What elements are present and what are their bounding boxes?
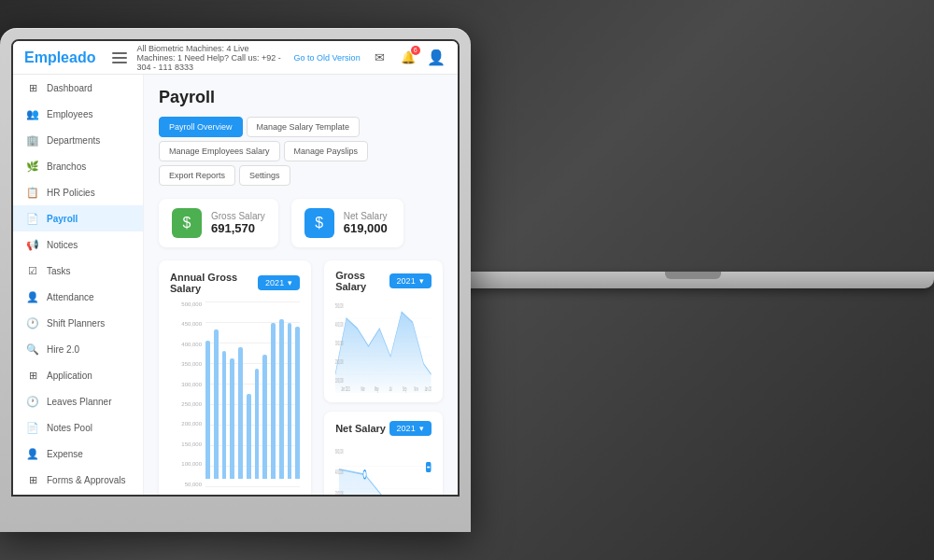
svg-text:Jul: Jul xyxy=(389,385,392,392)
sidebar-item-attendance[interactable]: 👤Attendance xyxy=(13,284,143,310)
sidebar-item-forms-approvals[interactable]: ⊞Forms & Approvals xyxy=(13,467,143,493)
svg-text:600,000: 600,000 xyxy=(335,447,344,455)
gross-salary-chart: Gross Salary 2021 ▾ xyxy=(324,260,443,402)
bar-8 xyxy=(271,323,276,479)
bar-wrap-10 xyxy=(288,301,292,479)
sidebar-item-hr-policies[interactable]: 📋HR Policies xyxy=(13,179,143,205)
card-gross-salary: $ Gross Salary 691,570 xyxy=(159,199,278,247)
annual-gross-title: Annual Gross Salary xyxy=(170,272,258,294)
sidebar-icon-branches: 🌿 xyxy=(26,160,39,173)
page-title: Payroll xyxy=(159,88,443,107)
sidebar-label-hire: Hire 2.0 xyxy=(47,344,79,355)
sidebar-icon-dashboard: ⊞ xyxy=(26,81,39,94)
bar-chart-inner xyxy=(205,301,300,479)
sidebar-item-notices[interactable]: 📢Notices xyxy=(13,231,143,258)
x-label-top-2: May xyxy=(245,496,255,497)
bar-4 xyxy=(238,347,243,479)
notification-icon[interactable]: 🔔 6 xyxy=(398,48,418,68)
gross-chart-header: Gross Salary 2021 ▾ xyxy=(335,270,432,292)
svg-text:400,000: 400,000 xyxy=(335,320,344,328)
card-net-salary: $ Net Salary 619,000 xyxy=(291,199,403,247)
sidebar-item-expense[interactable]: 👤Expense xyxy=(13,441,143,467)
profile-icon[interactable]: 👤 xyxy=(426,48,446,68)
sidebar-label-shift-planners: Shift Planners xyxy=(47,318,105,329)
sidebar-item-dashboard[interactable]: ⊞Dashboard xyxy=(13,75,143,101)
grid-line-9 xyxy=(205,486,300,487)
bar-9 xyxy=(279,319,284,479)
tab-export-reports[interactable]: Export Reports xyxy=(159,165,235,186)
sidebar-icon-shift-planners: 🕐 xyxy=(26,316,39,329)
sidebar-item-departments[interactable]: 🏢Departments xyxy=(13,127,143,153)
sidebar-label-notes-pool: Notes Pool xyxy=(47,423,92,433)
old-version-link[interactable]: Go to Old Version xyxy=(294,53,361,63)
gross-salary-title: Gross Salary xyxy=(335,270,389,292)
sidebar-label-attendance: Attendance xyxy=(47,292,94,302)
bar-11 xyxy=(295,327,300,479)
sidebar-label-payroll: Payroll xyxy=(47,214,78,224)
logo-accent: E xyxy=(24,49,35,65)
tab-employees-salary[interactable]: Manage Employees Salary xyxy=(159,141,280,161)
small-charts: Gross Salary 2021 ▾ xyxy=(324,260,443,497)
sidebar-item-notes-pool[interactable]: 📄Notes Pool xyxy=(13,414,143,441)
sidebar-label-employees: Employees xyxy=(47,109,92,119)
sidebar-item-tasks[interactable]: ☑Tasks xyxy=(13,258,143,284)
bar-wrap-2 xyxy=(222,301,227,479)
sidebar-item-payroll[interactable]: 📄Payroll xyxy=(13,205,143,231)
x-label-top-0: January xyxy=(206,496,226,497)
mail-icon[interactable]: ✉ xyxy=(370,48,390,68)
sidebar-item-performance[interactable]: 📈Performance xyxy=(13,493,143,497)
tab-payslips[interactable]: Manage Payslips xyxy=(284,141,369,161)
svg-text:Sep: Sep xyxy=(403,385,406,392)
card-icon-net-salary: $ xyxy=(304,208,334,238)
sidebar-label-leaves-planner: Leaves Planner xyxy=(47,397,112,407)
bar-10 xyxy=(288,323,292,479)
laptop-notch xyxy=(665,272,721,279)
sidebar-item-shift-planners[interactable]: 🕐Shift Planners xyxy=(13,310,143,336)
x-label-top-3: July xyxy=(260,496,270,497)
sidebar-icon-leaves-planner: 🕐 xyxy=(26,395,39,408)
sidebar-label-tasks: Tasks xyxy=(47,266,71,276)
sidebar-item-application[interactable]: ⊞Application xyxy=(13,362,143,388)
x-label-group-5: NovemberDecember xyxy=(301,496,327,497)
sidebar-item-hire[interactable]: 🔍Hire 2.0 xyxy=(13,336,143,362)
net-line-chart-area: 600,000 400,000 200,000 0 Nov Jan 2022 xyxy=(335,443,432,497)
app-container: Empleado All Biometric Machines: 4 Live … xyxy=(13,41,458,497)
tab-settings[interactable]: Settings xyxy=(239,165,290,186)
topbar-info-text: All Biometric Machines: 4 Live Machines:… xyxy=(136,44,284,72)
card-value-net-salary: 619,000 xyxy=(344,221,388,235)
tab-salary-template[interactable]: Manage Salary Template xyxy=(247,117,360,137)
y-label-3: 350,000 xyxy=(170,361,202,367)
svg-text:Nov: Nov xyxy=(415,385,418,392)
net-salary-title: Net Salary xyxy=(335,423,386,434)
bar-3 xyxy=(230,358,234,479)
tab-overview[interactable]: Payroll Overview xyxy=(159,117,243,137)
net-chart-header: Net Salary 2021 ▾ xyxy=(335,421,432,436)
bar-wrap-0 xyxy=(205,301,210,479)
hamburger-icon[interactable] xyxy=(112,52,127,63)
laptop-screen: Empleado All Biometric Machines: 4 Live … xyxy=(11,39,460,497)
net-salary-chart: Net Salary 2021 ▾ xyxy=(324,412,443,497)
bar-wrap-11 xyxy=(295,301,300,479)
gross-year-selector[interactable]: 2021 ▾ xyxy=(389,273,432,288)
sidebar-label-dashboard: Dashboard xyxy=(47,83,92,93)
x-label-top-1: March xyxy=(228,496,244,497)
sidebar-icon-payroll: 📄 xyxy=(26,212,39,225)
sidebar-label-forms-approvals: Forms & Approvals xyxy=(47,475,125,485)
y-axis: 500,000450,000400,000350,000300,000250,0… xyxy=(170,301,202,497)
svg-text:Jan 2021: Jan 2021 xyxy=(341,385,350,392)
sidebar-icon-expense: 👤 xyxy=(26,447,39,460)
svg-text:Jan 2022: Jan 2022 xyxy=(425,385,432,392)
sidebar-icon-notes-pool: 📄 xyxy=(26,421,39,434)
card-label-net-salary: Net Salary xyxy=(344,211,388,221)
sidebar-item-employees[interactable]: 👥Employees xyxy=(13,101,143,127)
annual-gross-year[interactable]: 2021 ▾ xyxy=(258,275,300,290)
gross-line-svg: 500,000 400,000 300,000 200,000 100,000 … xyxy=(335,300,432,393)
sidebar-item-branches[interactable]: 🌿Branchos xyxy=(13,153,143,179)
bar-wrap-1 xyxy=(214,301,219,479)
main-layout: ⊞Dashboard👥Employees🏢Departments🌿Brancho… xyxy=(13,75,458,497)
svg-point-19 xyxy=(363,470,366,479)
bar-wrap-8 xyxy=(271,301,276,479)
sidebar-item-leaves-planner[interactable]: 🕐Leaves Planner xyxy=(13,388,143,414)
net-year-selector[interactable]: 2021 ▾ xyxy=(389,421,432,436)
card-info-gross-salary: Gross Salary 691,570 xyxy=(211,211,265,235)
